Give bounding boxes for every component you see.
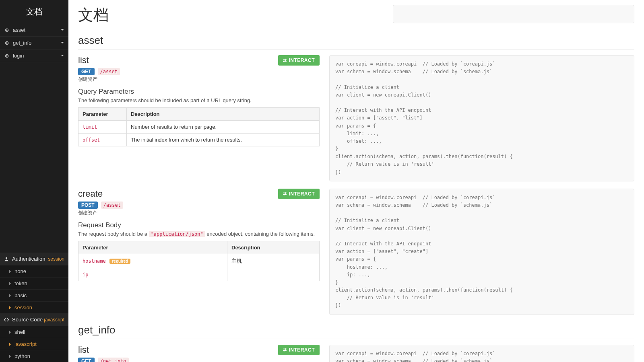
auth-option-token[interactable]: token — [0, 277, 68, 289]
endpoint-description: 创建资产 — [78, 76, 320, 83]
sidebar-item-label: asset — [13, 27, 25, 33]
interact-label: INTERACT — [289, 347, 315, 353]
auth-option-session[interactable]: session — [0, 301, 68, 313]
body-intro-suffix: encoded object, containing the following… — [206, 231, 315, 237]
auth-selected: session — [48, 256, 64, 262]
interact-button[interactable]: ⇄ INTERACT — [278, 55, 320, 66]
interact-label: INTERACT — [289, 191, 315, 197]
chevron-right-icon — [9, 343, 11, 346]
sidebar: 文档 asset get_info login — [0, 0, 68, 362]
body-intro-prefix: The request body should be a — [78, 231, 149, 237]
source-option-shell[interactable]: shell — [0, 326, 68, 338]
method-badge: POST — [78, 202, 98, 209]
sidebar-item-get-info[interactable]: get_info — [0, 37, 68, 49]
svg-point-1 — [6, 29, 7, 30]
table-row: ip — [78, 268, 320, 281]
query-params-heading: Query Parameters — [78, 88, 320, 96]
chevron-right-icon — [9, 294, 11, 297]
swap-icon: ⇄ — [283, 347, 287, 352]
param-desc: 主机 — [227, 254, 320, 268]
param-name: limit — [83, 124, 97, 130]
swap-icon: ⇄ — [283, 191, 287, 196]
auth-panel-label: Authentication — [12, 256, 45, 262]
chevron-right-icon — [9, 306, 11, 309]
request-body-heading: Request Body — [78, 221, 320, 229]
param-desc: Number of results to return per page. — [127, 121, 320, 134]
interact-button[interactable]: ⇄ INTERACT — [278, 189, 320, 199]
query-params-table: Parameter Description limit Number of re… — [78, 107, 320, 146]
code-sample: var coreapi = window.coreapi // Loaded b… — [329, 55, 634, 181]
chevron-down-icon — [60, 53, 64, 59]
param-header: Parameter — [78, 241, 227, 254]
svg-point-5 — [6, 55, 7, 56]
source-option-python[interactable]: python — [0, 350, 68, 362]
page-title: 文档 — [78, 5, 356, 25]
auth-option-basic[interactable]: basic — [0, 289, 68, 301]
target-icon — [4, 53, 10, 59]
interact-button[interactable]: ⇄ INTERACT — [278, 345, 320, 355]
code-icon — [4, 317, 9, 322]
sidebar-nav: asset get_info login — [0, 24, 68, 62]
required-badge: required — [109, 259, 130, 264]
divider — [78, 339, 634, 339]
auth-option-label: basic — [14, 292, 27, 298]
divider — [78, 49, 634, 49]
code-sample: var coreapi = window.coreapi // Loaded b… — [329, 189, 634, 315]
sidebar-item-login[interactable]: login — [0, 49, 68, 62]
chevron-right-icon — [9, 355, 11, 358]
param-header: Parameter — [78, 108, 127, 121]
desc-header: Description — [227, 241, 320, 254]
auth-option-none[interactable]: none — [0, 265, 68, 277]
target-icon — [4, 27, 10, 33]
method-badge: GET — [78, 68, 95, 75]
section-heading-asset: asset — [78, 34, 634, 47]
chevron-right-icon — [9, 270, 11, 273]
sidebar-title: 文档 — [0, 0, 68, 24]
request-body-intro: The request body should be a "applicatio… — [78, 231, 320, 237]
source-panel-label: Source Code — [12, 317, 43, 323]
svg-point-3 — [6, 42, 7, 43]
auth-option-label: session — [14, 304, 32, 311]
method-badge: GET — [78, 358, 95, 362]
table-row: hostname required 主机 — [78, 254, 320, 268]
table-row: limit Number of results to return per pa… — [78, 121, 320, 134]
source-option-label: shell — [14, 329, 25, 335]
body-content-type: "application/json" — [149, 231, 205, 237]
code-sample: var coreapi = window.coreapi // Loaded b… — [329, 345, 634, 362]
endpoint-path: /asset — [101, 202, 123, 209]
chevron-down-icon — [60, 27, 64, 33]
desc-header: Description — [127, 108, 320, 121]
section-heading-get-info: get_info — [78, 324, 634, 336]
auth-option-label: token — [14, 280, 27, 286]
endpoint-description: 创建资产 — [78, 210, 320, 216]
user-icon — [4, 257, 9, 261]
sidebar-item-asset[interactable]: asset — [0, 24, 68, 37]
source-option-label: javascript — [14, 341, 37, 347]
endpoint-path: /asset — [98, 68, 120, 75]
source-selected: javascript — [44, 317, 64, 323]
svg-point-6 — [6, 257, 8, 259]
param-desc: The initial index from which to return t… — [127, 134, 320, 146]
source-option-javascript[interactable]: javascript — [0, 338, 68, 350]
param-desc — [227, 268, 320, 281]
main-content: 文档 asset list ⇄ INTERACT GET /asset — [68, 0, 644, 362]
sidebar-item-label: login — [13, 53, 24, 59]
body-params-table: Parameter Description hostname required … — [78, 241, 320, 281]
param-name: ip — [83, 272, 88, 278]
auth-panel-header[interactable]: Authentication session — [0, 253, 68, 265]
interact-label: INTERACT — [289, 58, 315, 63]
param-name: offset — [83, 137, 100, 143]
endpoint-name: list — [78, 55, 89, 66]
chevron-right-icon — [9, 331, 11, 334]
target-icon — [4, 40, 10, 46]
endpoint-name: create — [78, 189, 103, 199]
query-params-intro: The following parameters should be inclu… — [78, 97, 320, 103]
table-row: offset The initial index from which to r… — [78, 134, 320, 146]
chevron-right-icon — [9, 282, 11, 285]
swap-icon: ⇄ — [283, 58, 287, 63]
sidebar-item-label: get_info — [13, 40, 31, 46]
top-banner-box — [393, 5, 634, 23]
auth-option-label: none — [14, 268, 26, 274]
endpoint-path: /get_info — [98, 358, 129, 362]
source-panel-header[interactable]: Source Code javascript — [0, 313, 68, 326]
